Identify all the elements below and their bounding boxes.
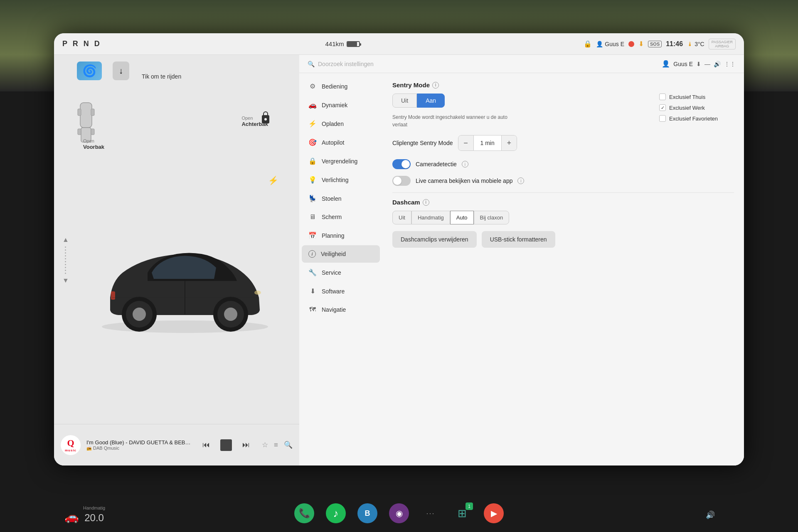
nav-item-verlichting[interactable]: 💡 Verlichting	[302, 171, 380, 189]
volume-indicator[interactable]: 🔊	[706, 510, 715, 520]
search-placeholder[interactable]: Doorzoek instellingen	[318, 61, 374, 67]
dashcam-bij-claxon-button[interactable]: Bij claxon	[474, 211, 510, 224]
taskbar: 📞 ♪ B ◉ ··· ⊞ 1 ▶	[54, 495, 744, 532]
exclusief-favoriet-label: Exclusief Favorieten	[669, 116, 718, 122]
dashcam-auto-button[interactable]: Auto	[450, 211, 474, 224]
vergrendeling-icon: 🔒	[308, 157, 317, 165]
remove-clips-button[interactable]: Dashcamclips verwijderen	[392, 231, 477, 248]
temp-value-display: 20.0	[84, 512, 104, 524]
volume-action-icon[interactable]: 🔊	[714, 61, 721, 67]
ac-icon-passenger[interactable]: ↓	[113, 62, 129, 80]
passenger-airbag-indicator: PASSAGIER AIRBAG	[709, 39, 736, 49]
planning-icon: 📅	[308, 232, 317, 239]
temperature-value: 3°C	[695, 41, 704, 47]
notification-badge: 1	[466, 502, 473, 510]
camera-detection-label: Cameradetectie	[416, 161, 457, 167]
more-action-icon[interactable]: ⋮⋮	[724, 61, 736, 67]
status-bar: P R N D 441km 🔒 👤 Guus E ⬇ SOS 11	[54, 33, 744, 55]
live-camera-row: Live camera bekijken via mobiele app i	[392, 176, 734, 186]
settings-action-icon[interactable]: —	[704, 61, 710, 67]
exclusief-thuis-checkbox[interactable]	[659, 94, 666, 100]
exclusief-thuis-option[interactable]: Exclusief Thuis	[659, 94, 734, 100]
dynamiek-icon: 🚗	[308, 101, 317, 109]
nav-item-autopilot[interactable]: 🎯 Autopilot	[302, 133, 380, 151]
camera-detection-toggle[interactable]	[392, 159, 411, 169]
sentry-on-button[interactable]: Aan	[417, 94, 445, 108]
settings-body: ⚙ Bediening 🚗 Dynamiek ⚡ Opladen 🎯	[299, 73, 744, 466]
bluetooth-taskbar-icon[interactable]: B	[357, 503, 377, 523]
ac-controls-area: 🌀 ↓ Tik om te rijden	[54, 55, 299, 87]
sentry-note: Sentry Mode wordt ingeschakeld wanneer u…	[392, 113, 509, 128]
more-taskbar-icon[interactable]: ···	[421, 503, 441, 523]
ac-unit-driver[interactable]: 🌀	[77, 62, 102, 80]
search-input-wrap[interactable]: 🔍 Doorzoek instellingen	[308, 61, 374, 67]
svg-rect-15	[111, 291, 115, 300]
nav-item-service[interactable]: 🔧 Service	[302, 264, 380, 281]
sentry-info-icon[interactable]: i	[432, 82, 439, 89]
ac-unit-passenger[interactable]: ↓	[113, 62, 129, 80]
svg-rect-2	[78, 109, 81, 116]
clip-length-value: 1 min	[473, 135, 502, 150]
nav-item-stoelen[interactable]: 💺 Stoelen	[302, 190, 380, 207]
camera-detection-info-icon[interactable]: i	[462, 161, 468, 167]
live-camera-info-icon[interactable]: i	[517, 177, 524, 184]
nav-item-vergrendeling[interactable]: 🔒 Vergrendeling	[302, 152, 380, 170]
prev-track-button[interactable]: ⏮	[200, 438, 213, 452]
left-volume-arrows[interactable]: ▲ ▼	[62, 236, 69, 284]
youtube-taskbar-icon[interactable]: ▶	[484, 503, 504, 523]
search-music-button[interactable]: 🔍	[284, 441, 293, 449]
track-info: I'm Good (Blue) - DAVID GUETTA & BEBE RE…	[86, 439, 194, 451]
bottom-car-icon[interactable]: 🚗	[64, 510, 79, 524]
status-center: 441km	[325, 40, 360, 47]
stoelen-icon: 💺	[308, 195, 317, 202]
stop-button[interactable]	[219, 438, 233, 452]
tap-to-drive-label[interactable]: Tik om te rijden	[142, 73, 181, 80]
volume-down-arrow[interactable]: ▼	[62, 277, 69, 284]
nav-item-planning[interactable]: 📅 Planning	[302, 227, 380, 244]
sentry-mode-title: Sentry Mode i	[392, 81, 734, 89]
nav-item-software[interactable]: ⬇ Software	[302, 282, 380, 300]
dashcam-handmatig-button[interactable]: Handmatig	[411, 211, 450, 224]
nav-label-verlichting: Verlichting	[322, 177, 349, 183]
nav-item-navigatie[interactable]: 🗺 Navigatie	[302, 301, 380, 318]
sentry-off-button[interactable]: Uit	[392, 94, 417, 108]
nav-item-dynamiek[interactable]: 🚗 Dynamiek	[302, 96, 380, 114]
ac-icon-driver[interactable]: 🌀	[77, 62, 102, 80]
download-action-icon[interactable]: ⬇	[696, 61, 701, 67]
exclusief-werk-option[interactable]: Exclusief Werk	[659, 104, 734, 111]
veiligheid-icon: i	[308, 250, 316, 258]
favorite-button[interactable]: ☆	[262, 441, 268, 449]
format-usb-button[interactable]: USB-stick formatteren	[482, 231, 555, 248]
nav-menu: ⚙ Bediening 🚗 Dynamiek ⚡ Opladen 🎯	[299, 73, 382, 466]
phone-taskbar-icon[interactable]: 📞	[294, 503, 314, 523]
dashcam-title: Dashcam i	[392, 199, 734, 206]
exclusief-favoriet-option[interactable]: Exclusief Favorieten	[659, 115, 734, 122]
nav-item-opladen[interactable]: ⚡ Opladen	[302, 115, 380, 133]
user-name-display: Guus E	[673, 61, 693, 67]
volume-up-arrow[interactable]: ▲	[62, 236, 69, 243]
radio-logo[interactable]: Q music	[61, 435, 81, 455]
next-track-button[interactable]: ⏭	[239, 438, 253, 452]
dashcam-info-icon[interactable]: i	[423, 199, 429, 206]
live-camera-toggle[interactable]	[392, 176, 411, 186]
exclusief-werk-checkbox[interactable]	[659, 104, 666, 111]
clip-length-plus-button[interactable]: +	[502, 135, 517, 150]
exclusief-favoriet-checkbox[interactable]	[659, 115, 666, 122]
nav-item-bediening[interactable]: ⚙ Bediening	[302, 77, 380, 95]
music-controls[interactable]: ⏮ ⏭	[200, 438, 253, 452]
notification-taskbar-icon[interactable]: ⊞ 1	[452, 503, 472, 523]
camera-taskbar-icon[interactable]: ◉	[389, 503, 409, 523]
equalizer-button[interactable]: ≡	[274, 441, 278, 449]
spotify-taskbar-icon[interactable]: ♪	[326, 503, 346, 523]
nav-item-veiligheid[interactable]: i Veiligheid	[302, 245, 380, 263]
svg-point-10	[133, 308, 146, 321]
nav-item-scherm[interactable]: 🖥 Scherm	[302, 208, 380, 226]
stop-icon	[220, 439, 232, 451]
exclusief-options: Exclusief Thuis Exclusief Werk Exclusief…	[659, 94, 734, 122]
weather-display: 🌡 3°C	[687, 41, 704, 47]
clip-length-minus-button[interactable]: −	[458, 135, 473, 150]
temp-mode-label: Handmatig	[83, 505, 105, 510]
dashcam-off-button[interactable]: Uit	[392, 211, 411, 224]
sentry-toggle-row: Uit Aan	[392, 94, 651, 108]
user-avatar-icon: 👤	[662, 60, 670, 68]
